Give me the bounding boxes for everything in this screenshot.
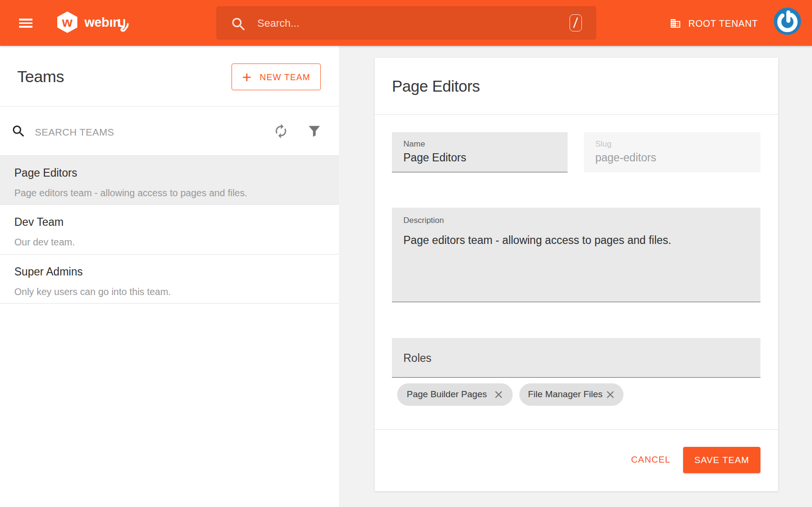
svg-text:w: w (62, 15, 73, 30)
